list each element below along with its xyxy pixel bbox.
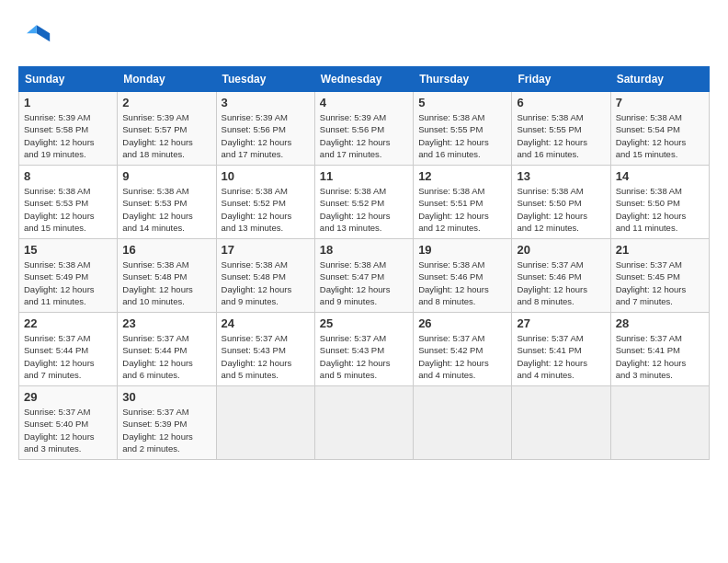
- day-number: 10: [222, 169, 310, 183]
- day-info: Sunrise: 5:38 AM Sunset: 5:55 PM Dayligh…: [517, 111, 605, 160]
- day-number: 20: [517, 243, 605, 257]
- calendar-table: SundayMondayTuesdayWednesdayThursdayFrid…: [18, 66, 710, 460]
- calendar-cell: 22Sunrise: 5:37 AM Sunset: 5:44 PM Dayli…: [19, 313, 118, 386]
- day-number: 12: [418, 169, 506, 183]
- day-number: 19: [418, 243, 506, 257]
- day-number: 1: [24, 96, 112, 109]
- day-number: 24: [222, 316, 310, 330]
- day-info: Sunrise: 5:38 AM Sunset: 5:54 PM Dayligh…: [616, 111, 704, 160]
- day-number: 17: [222, 243, 310, 257]
- day-number: 2: [122, 96, 210, 109]
- calendar-cell: 24Sunrise: 5:37 AM Sunset: 5:43 PM Dayli…: [216, 313, 314, 386]
- day-number: 7: [616, 96, 704, 109]
- calendar-cell: 30Sunrise: 5:37 AM Sunset: 5:39 PM Dayli…: [118, 386, 216, 460]
- calendar-cell: 25Sunrise: 5:37 AM Sunset: 5:43 PM Dayli…: [314, 313, 413, 386]
- logo: [18, 18, 57, 52]
- day-number: 4: [320, 96, 408, 109]
- calendar-cell: 18Sunrise: 5:38 AM Sunset: 5:47 PM Dayli…: [314, 239, 413, 313]
- column-header-saturday: Saturday: [610, 67, 709, 92]
- column-header-sunday: Sunday: [19, 67, 118, 92]
- calendar-cell: 23Sunrise: 5:37 AM Sunset: 5:44 PM Dayli…: [118, 313, 216, 386]
- calendar-week-2: 8Sunrise: 5:38 AM Sunset: 5:53 PM Daylig…: [19, 166, 710, 239]
- calendar-header: SundayMondayTuesdayWednesdayThursdayFrid…: [19, 67, 710, 92]
- calendar-cell: 1Sunrise: 5:39 AM Sunset: 5:58 PM Daylig…: [19, 92, 118, 166]
- day-info: Sunrise: 5:38 AM Sunset: 5:48 PM Dayligh…: [122, 259, 210, 307]
- day-number: 29: [24, 390, 112, 404]
- calendar-cell: 20Sunrise: 5:37 AM Sunset: 5:46 PM Dayli…: [512, 239, 610, 313]
- day-info: Sunrise: 5:37 AM Sunset: 5:41 PM Dayligh…: [616, 332, 704, 381]
- calendar-cell: 27Sunrise: 5:37 AM Sunset: 5:41 PM Dayli…: [512, 313, 610, 386]
- day-info: Sunrise: 5:38 AM Sunset: 5:53 PM Dayligh…: [122, 185, 210, 234]
- day-info: Sunrise: 5:38 AM Sunset: 5:50 PM Dayligh…: [517, 185, 605, 234]
- day-info: Sunrise: 5:37 AM Sunset: 5:44 PM Dayligh…: [122, 332, 210, 381]
- day-info: Sunrise: 5:37 AM Sunset: 5:41 PM Dayligh…: [517, 332, 605, 381]
- day-number: 5: [418, 96, 506, 109]
- day-info: Sunrise: 5:38 AM Sunset: 5:52 PM Dayligh…: [320, 185, 408, 234]
- calendar-cell: 17Sunrise: 5:38 AM Sunset: 5:48 PM Dayli…: [216, 239, 314, 313]
- column-header-wednesday: Wednesday: [314, 67, 413, 92]
- day-number: 28: [616, 316, 704, 330]
- day-number: 25: [320, 316, 408, 330]
- day-info: Sunrise: 5:37 AM Sunset: 5:39 PM Dayligh…: [122, 406, 210, 454]
- day-info: Sunrise: 5:39 AM Sunset: 5:56 PM Dayligh…: [222, 111, 310, 160]
- day-number: 22: [24, 316, 112, 330]
- calendar-cell: 26Sunrise: 5:37 AM Sunset: 5:42 PM Dayli…: [414, 313, 512, 386]
- column-header-thursday: Thursday: [414, 67, 512, 92]
- calendar-week-5: 29Sunrise: 5:37 AM Sunset: 5:40 PM Dayli…: [19, 386, 710, 460]
- calendar-cell: 21Sunrise: 5:37 AM Sunset: 5:45 PM Dayli…: [610, 239, 709, 313]
- calendar-cell: 14Sunrise: 5:38 AM Sunset: 5:50 PM Dayli…: [610, 166, 709, 239]
- day-info: Sunrise: 5:37 AM Sunset: 5:44 PM Dayligh…: [24, 332, 112, 381]
- day-info: Sunrise: 5:38 AM Sunset: 5:51 PM Dayligh…: [418, 185, 506, 234]
- day-info: Sunrise: 5:38 AM Sunset: 5:55 PM Dayligh…: [418, 111, 506, 160]
- day-number: 6: [517, 96, 605, 109]
- page-header: [18, 18, 710, 52]
- column-header-tuesday: Tuesday: [216, 67, 314, 92]
- header-row: SundayMondayTuesdayWednesdayThursdayFrid…: [19, 67, 710, 92]
- day-info: Sunrise: 5:38 AM Sunset: 5:49 PM Dayligh…: [24, 259, 112, 307]
- calendar-body: 1Sunrise: 5:39 AM Sunset: 5:58 PM Daylig…: [19, 92, 710, 460]
- day-number: 8: [24, 169, 112, 183]
- logo-icon: [18, 18, 51, 52]
- day-number: 9: [122, 169, 210, 183]
- calendar-cell: [610, 386, 709, 460]
- day-info: Sunrise: 5:39 AM Sunset: 5:58 PM Dayligh…: [24, 111, 112, 160]
- calendar-cell: 12Sunrise: 5:38 AM Sunset: 5:51 PM Dayli…: [414, 166, 512, 239]
- calendar-cell: 16Sunrise: 5:38 AM Sunset: 5:48 PM Dayli…: [118, 239, 216, 313]
- day-number: 13: [517, 169, 605, 183]
- calendar-cell: [216, 386, 314, 460]
- day-info: Sunrise: 5:37 AM Sunset: 5:45 PM Dayligh…: [616, 259, 704, 307]
- calendar-week-3: 15Sunrise: 5:38 AM Sunset: 5:49 PM Dayli…: [19, 239, 710, 313]
- day-info: Sunrise: 5:38 AM Sunset: 5:50 PM Dayligh…: [616, 185, 704, 234]
- day-number: 18: [320, 243, 408, 257]
- calendar-cell: 10Sunrise: 5:38 AM Sunset: 5:52 PM Dayli…: [216, 166, 314, 239]
- day-info: Sunrise: 5:39 AM Sunset: 5:56 PM Dayligh…: [320, 111, 408, 160]
- calendar-cell: 9Sunrise: 5:38 AM Sunset: 5:53 PM Daylig…: [118, 166, 216, 239]
- day-info: Sunrise: 5:38 AM Sunset: 5:48 PM Dayligh…: [222, 259, 310, 307]
- day-number: 14: [616, 169, 704, 183]
- column-header-monday: Monday: [118, 67, 216, 92]
- day-info: Sunrise: 5:38 AM Sunset: 5:53 PM Dayligh…: [24, 185, 112, 234]
- calendar-cell: 2Sunrise: 5:39 AM Sunset: 5:57 PM Daylig…: [118, 92, 216, 166]
- calendar-cell: [314, 386, 413, 460]
- calendar-cell: 11Sunrise: 5:38 AM Sunset: 5:52 PM Dayli…: [314, 166, 413, 239]
- calendar-cell: 28Sunrise: 5:37 AM Sunset: 5:41 PM Dayli…: [610, 313, 709, 386]
- calendar-cell: 4Sunrise: 5:39 AM Sunset: 5:56 PM Daylig…: [314, 92, 413, 166]
- calendar-cell: 6Sunrise: 5:38 AM Sunset: 5:55 PM Daylig…: [512, 92, 610, 166]
- column-header-friday: Friday: [512, 67, 610, 92]
- calendar-cell: [512, 386, 610, 460]
- day-info: Sunrise: 5:37 AM Sunset: 5:43 PM Dayligh…: [222, 332, 310, 381]
- day-info: Sunrise: 5:37 AM Sunset: 5:40 PM Dayligh…: [24, 406, 112, 454]
- day-info: Sunrise: 5:37 AM Sunset: 5:43 PM Dayligh…: [320, 332, 408, 381]
- day-number: 26: [418, 316, 506, 330]
- calendar-cell: 5Sunrise: 5:38 AM Sunset: 5:55 PM Daylig…: [414, 92, 512, 166]
- calendar-cell: 7Sunrise: 5:38 AM Sunset: 5:54 PM Daylig…: [610, 92, 709, 166]
- day-number: 30: [122, 390, 210, 404]
- day-number: 16: [122, 243, 210, 257]
- day-number: 21: [616, 243, 704, 257]
- day-info: Sunrise: 5:39 AM Sunset: 5:57 PM Dayligh…: [122, 111, 210, 160]
- calendar-cell: 3Sunrise: 5:39 AM Sunset: 5:56 PM Daylig…: [216, 92, 314, 166]
- day-number: 27: [517, 316, 605, 330]
- calendar-cell: 15Sunrise: 5:38 AM Sunset: 5:49 PM Dayli…: [19, 239, 118, 313]
- day-info: Sunrise: 5:38 AM Sunset: 5:46 PM Dayligh…: [418, 259, 506, 307]
- day-number: 15: [24, 243, 112, 257]
